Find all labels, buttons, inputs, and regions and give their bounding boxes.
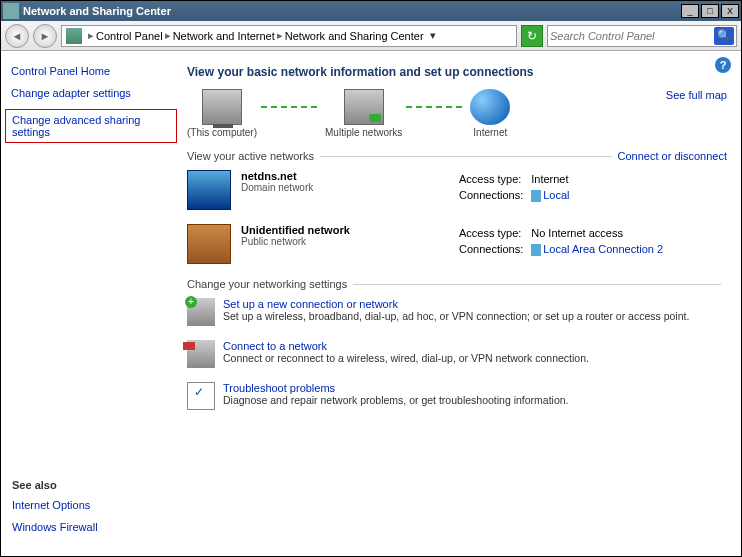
access-type-label: Access type: xyxy=(459,226,529,240)
access-type-value: Internet xyxy=(531,172,575,186)
maximize-button[interactable]: □ xyxy=(701,4,719,18)
connection-link[interactable]: Local Area Connection 2 xyxy=(543,243,663,255)
sidebar-home-link[interactable]: Control Panel Home xyxy=(11,65,171,77)
network-name: netdns.net xyxy=(241,170,313,182)
task-connect-network[interactable]: Connect to a network Connect or reconnec… xyxy=(187,340,727,368)
titlebar: Network and Sharing Center _ □ X xyxy=(1,1,741,21)
app-icon xyxy=(3,3,19,19)
close-button[interactable]: X xyxy=(721,4,739,18)
search-box[interactable]: 🔍 xyxy=(547,25,737,47)
task-title[interactable]: Set up a new connection or network xyxy=(223,298,689,310)
window-title: Network and Sharing Center xyxy=(23,5,681,17)
breadcrumb-item[interactable]: Control Panel xyxy=(96,30,163,42)
search-icon[interactable]: 🔍 xyxy=(714,27,734,45)
network-name: Unidentified network xyxy=(241,224,350,236)
multiple-networks-label: Multiple networks xyxy=(325,127,402,138)
see-also: See also Internet Options Windows Firewa… xyxy=(12,479,98,543)
change-settings-heading: Change your networking settings xyxy=(187,278,347,290)
connections-label: Connections: xyxy=(459,188,529,203)
network-entry: Unidentified network Public network Acce… xyxy=(187,224,727,264)
breadcrumb-item[interactable]: Network and Internet xyxy=(173,30,275,42)
adapter-icon xyxy=(531,244,541,256)
this-computer-icon[interactable] xyxy=(202,89,242,125)
connect-disconnect-link[interactable]: Connect or disconnect xyxy=(618,150,727,162)
breadcrumb-icon xyxy=(66,28,82,44)
troubleshoot-icon xyxy=(187,382,215,410)
task-desc: Set up a wireless, broadband, dial-up, a… xyxy=(223,310,689,322)
refresh-button[interactable]: ↻ xyxy=(521,25,543,47)
connect-network-icon xyxy=(187,340,215,368)
access-type-label: Access type: xyxy=(459,172,529,186)
see-also-internet-options[interactable]: Internet Options xyxy=(12,499,98,511)
network-type: Public network xyxy=(241,236,350,247)
internet-label: Internet xyxy=(470,127,510,138)
adapter-icon xyxy=(531,190,541,202)
navbar: ◄ ► ▸ Control Panel ▸ Network and Intern… xyxy=(1,21,741,51)
task-troubleshoot[interactable]: Troubleshoot problems Diagnose and repai… xyxy=(187,382,727,410)
connection-link[interactable]: Local xyxy=(543,189,569,201)
task-title[interactable]: Connect to a network xyxy=(223,340,589,352)
internet-icon[interactable] xyxy=(470,89,510,125)
minimize-button[interactable]: _ xyxy=(681,4,699,18)
connections-label: Connections: xyxy=(459,242,529,257)
see-also-heading: See also xyxy=(12,479,98,491)
help-icon[interactable]: ? xyxy=(715,57,731,73)
sidebar: Control Panel Home Change adapter settin… xyxy=(1,51,181,556)
network-type: Domain network xyxy=(241,182,313,193)
back-button[interactable]: ◄ xyxy=(5,24,29,48)
map-link-line xyxy=(406,106,466,108)
this-computer-label: (This computer) xyxy=(187,127,257,138)
public-network-icon xyxy=(187,224,231,264)
forward-button[interactable]: ► xyxy=(33,24,57,48)
main-panel: ? View your basic network information an… xyxy=(181,51,741,556)
setup-connection-icon xyxy=(187,298,215,326)
network-entry: netdns.net Domain network Access type:In… xyxy=(187,170,727,210)
task-setup-connection[interactable]: Set up a new connection or network Set u… xyxy=(187,298,727,326)
breadcrumb[interactable]: ▸ Control Panel ▸ Network and Internet ▸… xyxy=(61,25,517,47)
active-networks-heading: View your active networks xyxy=(187,150,314,162)
multiple-networks-icon[interactable] xyxy=(344,89,384,125)
sidebar-adapter-link[interactable]: Change adapter settings xyxy=(11,87,171,99)
breadcrumb-item[interactable]: Network and Sharing Center xyxy=(285,30,424,42)
network-map: (This computer) Multiple networks Intern… xyxy=(187,89,510,138)
access-type-value: No Internet access xyxy=(531,226,669,240)
task-title[interactable]: Troubleshoot problems xyxy=(223,382,569,394)
sidebar-sharing-link[interactable]: Change advanced sharing settings xyxy=(5,109,177,143)
breadcrumb-dropdown[interactable]: ▾ xyxy=(426,29,440,42)
see-also-windows-firewall[interactable]: Windows Firewall xyxy=(12,521,98,533)
map-link-line xyxy=(261,106,321,108)
task-desc: Connect or reconnect to a wireless, wire… xyxy=(223,352,589,364)
task-desc: Diagnose and repair network problems, or… xyxy=(223,394,569,406)
search-input[interactable] xyxy=(550,30,714,42)
domain-network-icon xyxy=(187,170,231,210)
page-title: View your basic network information and … xyxy=(187,65,727,79)
see-full-map-link[interactable]: See full map xyxy=(666,89,727,101)
